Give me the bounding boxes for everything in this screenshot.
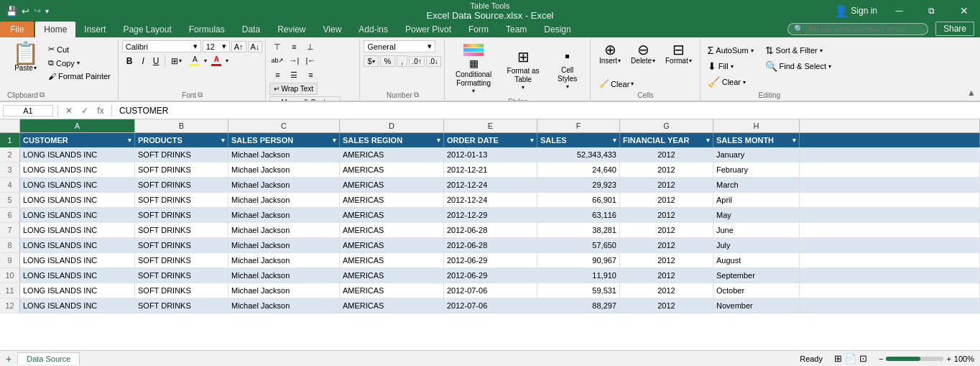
list-item[interactable]: LONG ISLANDS INC xyxy=(20,238,135,252)
paste-button[interactable]: 📋 Paste▾ xyxy=(7,40,44,74)
tab-review[interactable]: Review xyxy=(269,22,314,37)
clear-editing-button[interactable]: 🧹 Clear ▾ xyxy=(704,75,757,89)
list-item[interactable]: July xyxy=(713,238,800,252)
col-header-A[interactable]: A xyxy=(20,119,135,132)
currency-button[interactable]: $▾ xyxy=(364,55,378,67)
list-item[interactable]: AMERICAS xyxy=(340,253,444,267)
list-item[interactable]: AMERICAS xyxy=(340,223,444,237)
list-item[interactable]: 2012-01-13 xyxy=(444,147,537,162)
tab-power-pivot[interactable]: Power Pivot xyxy=(397,22,460,37)
insert-button[interactable]: ⊕ Insert▾ xyxy=(596,40,624,67)
list-item[interactable]: 2012 xyxy=(620,163,713,177)
list-item[interactable]: 57,650 xyxy=(537,238,620,252)
list-item[interactable]: SOFT DRINKS xyxy=(135,147,228,162)
list-item[interactable]: LONG ISLANDS INC xyxy=(20,283,135,298)
list-item[interactable]: Michael Jackson xyxy=(228,238,340,252)
header-cell-products[interactable]: PRODUCTS▾ xyxy=(135,133,228,147)
list-item[interactable]: AMERICAS xyxy=(340,268,444,283)
table-row[interactable]: 9LONG ISLANDS INCSOFT DRINKSMichael Jack… xyxy=(0,253,980,268)
list-item[interactable]: 2012-06-29 xyxy=(444,268,537,283)
list-item[interactable]: 2012 xyxy=(620,268,713,283)
table-row[interactable]: 5LONG ISLANDS INCSOFT DRINKSMichael Jack… xyxy=(0,193,980,208)
percent-button[interactable]: % xyxy=(380,55,396,67)
filter-arrow-B[interactable]: ▾ xyxy=(221,137,225,144)
list-item[interactable]: Michael Jackson xyxy=(228,178,340,192)
list-item[interactable]: SOFT DRINKS xyxy=(135,178,228,192)
list-item[interactable]: 2012 xyxy=(620,147,713,162)
list-item[interactable]: LONG ISLANDS INC xyxy=(20,193,135,207)
list-item[interactable]: 38,281 xyxy=(537,223,620,237)
filter-arrow-G[interactable]: ▾ xyxy=(706,137,710,144)
header-cell-salesregion[interactable]: SALES REGION▾ xyxy=(340,133,444,147)
list-item[interactable]: 63,116 xyxy=(537,208,620,222)
zoom-slider[interactable] xyxy=(886,357,943,361)
tab-data[interactable]: Data xyxy=(234,22,269,37)
share-button[interactable]: Share xyxy=(935,22,974,36)
list-item[interactable]: Michael Jackson xyxy=(228,208,340,222)
increase-decimal-button[interactable]: .0↑ xyxy=(409,56,424,67)
list-item[interactable]: 2012-07-06 xyxy=(444,283,537,298)
merge-center-button[interactable]: ⇔ Merge & Center ▾ xyxy=(269,96,341,102)
cut-button[interactable]: ✂ Cut xyxy=(45,43,114,55)
search-input[interactable] xyxy=(807,24,922,33)
indent-decrease-button[interactable]: |← xyxy=(302,54,318,67)
cell-reference-box[interactable] xyxy=(3,105,53,116)
number-expand-icon[interactable]: ⧉ xyxy=(414,91,419,99)
col-header-C[interactable]: C xyxy=(228,119,340,132)
list-item[interactable]: 11,910 xyxy=(537,268,620,283)
list-item[interactable]: 90,967 xyxy=(537,253,620,267)
list-item[interactable]: 2012-07-06 xyxy=(444,298,537,313)
sign-in-label[interactable]: 👤 Sign in xyxy=(834,4,877,18)
font-size-dropdown[interactable]: 12▾ xyxy=(203,40,230,52)
number-format-dropdown[interactable]: General▾ xyxy=(364,40,435,52)
font-expand-icon[interactable]: ⧉ xyxy=(198,91,203,99)
list-item[interactable]: LONG ISLANDS INC xyxy=(20,208,135,222)
underline-button[interactable]: U xyxy=(149,55,163,68)
list-item[interactable]: SOFT DRINKS xyxy=(135,208,228,222)
list-item[interactable]: LONG ISLANDS INC xyxy=(20,268,135,283)
list-item[interactable]: AMERICAS xyxy=(340,208,444,222)
list-item[interactable]: 29,923 xyxy=(537,178,620,192)
table-row[interactable]: 11LONG ISLANDS INCSOFT DRINKSMichael Jac… xyxy=(0,283,980,298)
tab-formulas[interactable]: Formulas xyxy=(180,22,234,37)
list-item[interactable]: SOFT DRINKS xyxy=(135,238,228,252)
list-item[interactable]: 2012 xyxy=(620,253,713,267)
list-item[interactable]: 66,901 xyxy=(537,193,620,207)
font-color-button[interactable]: A xyxy=(208,54,225,68)
zoom-in-button[interactable]: + xyxy=(946,354,951,363)
list-item[interactable]: Michael Jackson xyxy=(228,268,340,283)
list-item[interactable]: Michael Jackson xyxy=(228,223,340,237)
tab-team[interactable]: Team xyxy=(497,22,535,37)
list-item[interactable]: SOFT DRINKS xyxy=(135,283,228,298)
increase-font-button[interactable]: A↑ xyxy=(231,41,246,52)
col-header-E[interactable]: E xyxy=(444,119,537,132)
list-item[interactable]: LONG ISLANDS INC xyxy=(20,178,135,192)
fill-button[interactable]: ⬇ Fill ▾ xyxy=(704,59,757,73)
list-item[interactable]: LONG ISLANDS INC xyxy=(20,147,135,162)
minimize-button[interactable]: ─ xyxy=(883,0,915,22)
list-item[interactable]: AMERICAS xyxy=(340,147,444,162)
save-icon[interactable]: 💾 xyxy=(6,6,17,17)
col-header-G[interactable]: G xyxy=(620,119,713,132)
list-item[interactable]: Michael Jackson xyxy=(228,283,340,298)
table-row[interactable]: 2LONG ISLANDS INCSOFT DRINKSMichael Jack… xyxy=(0,147,980,163)
new-sheet-button[interactable]: + xyxy=(6,353,11,365)
col-header-B[interactable]: B xyxy=(135,119,228,132)
list-item[interactable]: 2012 xyxy=(620,178,713,192)
list-item[interactable]: 2012 xyxy=(620,223,713,237)
header-cell-salesperson[interactable]: SALES PERSON▾ xyxy=(228,133,340,147)
header-cell-salesmonth[interactable]: SALES MONTH▾ xyxy=(713,133,800,147)
restore-button[interactable]: ⧉ xyxy=(915,0,948,22)
col-header-D[interactable]: D xyxy=(340,119,444,132)
list-item[interactable]: Michael Jackson xyxy=(228,147,340,162)
list-item[interactable]: August xyxy=(713,253,800,267)
list-item[interactable]: 2012-06-28 xyxy=(444,223,537,237)
header-cell-orderdate[interactable]: ORDER DATE▾ xyxy=(444,133,537,147)
list-item[interactable]: 2012-06-29 xyxy=(444,253,537,267)
list-item[interactable]: 2012-12-29 xyxy=(444,208,537,222)
align-left-button[interactable]: ≡ xyxy=(269,68,285,81)
align-top-button[interactable]: ⊤ xyxy=(269,40,285,53)
search-box[interactable]: 🔍 xyxy=(787,23,928,35)
list-item[interactable]: November xyxy=(713,298,800,313)
list-item[interactable]: 2012 xyxy=(620,238,713,252)
